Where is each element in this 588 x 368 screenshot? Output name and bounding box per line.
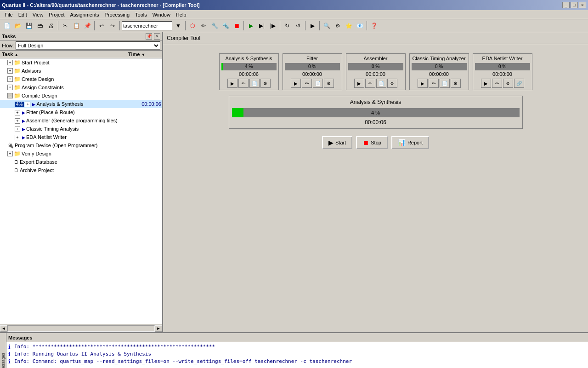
undo-button[interactable]: ↩ <box>96 21 107 31</box>
stop-button[interactable]: ⏹ Stop <box>356 136 388 149</box>
step-settings-analysis[interactable]: ⚙ <box>260 79 271 88</box>
step-start-analysis[interactable]: ▶ <box>227 79 237 88</box>
messages-content[interactable]: ℹ Info: ********************************… <box>6 342 588 368</box>
sub-expand-analysis[interactable]: + <box>25 102 30 107</box>
expand-compile-design[interactable]: - <box>7 93 13 98</box>
menu-view[interactable]: View <box>30 11 46 18</box>
sort-time-icon[interactable]: ▼ <box>141 52 146 57</box>
expand-analysis[interactable]: + <box>25 101 31 107</box>
horizontal-scrollbar[interactable] <box>7 325 155 332</box>
task-advisors[interactable]: + Advisors <box>0 67 162 75</box>
step-extra-eda[interactable]: 🔗 <box>514 79 524 88</box>
tb-btn-6[interactable]: 🔧 <box>209 21 220 31</box>
tb-btn-stop-red[interactable]: ⬡ <box>187 21 198 31</box>
report-button[interactable]: 📊 Report <box>391 136 429 149</box>
step-settings-eda[interactable]: ⚙ <box>503 79 513 88</box>
tasks-pin-button[interactable]: 📌 <box>146 33 152 40</box>
step-report-analysis[interactable]: 📄 <box>249 79 260 88</box>
tb-btn-5[interactable]: ✏ <box>198 21 209 31</box>
sub-expand-eda[interactable]: + <box>15 135 20 140</box>
scroll-left-btn[interactable]: ◄ <box>0 325 7 332</box>
paste-button[interactable]: 📌 <box>82 21 92 31</box>
tb-btn-14[interactable]: 📧 <box>355 21 365 31</box>
task-fitter[interactable]: + Fitter (Place & Route) <box>0 108 162 116</box>
task-verify-design[interactable]: + Verify Design <box>0 150 162 158</box>
task-analysis-synthesis[interactable]: 4% + Analysis & Synthesis 00:00:06 <box>0 100 162 108</box>
save-all-button[interactable]: 🗃 <box>35 21 45 31</box>
step-settings-classic[interactable]: ⚙ <box>451 79 461 88</box>
new-button[interactable]: 📄 <box>2 21 12 31</box>
tb-btn-8[interactable]: ↻ <box>282 21 292 31</box>
tb-btn-10[interactable]: ▶ <box>307 21 317 31</box>
expand-verify-design[interactable]: + <box>7 151 13 156</box>
step-edit-classic[interactable]: ✏ <box>429 79 439 88</box>
tasks-close-button[interactable]: × <box>154 33 160 40</box>
step-edit-eda[interactable]: ✏ <box>492 79 502 88</box>
redo-button[interactable]: ↪ <box>107 21 118 31</box>
step-edit-fitter[interactable]: ✏ <box>302 79 312 88</box>
step-report-fitter[interactable]: 📄 <box>313 79 323 88</box>
tb-compile2[interactable]: ▶| <box>257 21 267 31</box>
step-start-assembler[interactable]: ▶ <box>354 79 364 88</box>
step-start-fitter[interactable]: ▶ <box>291 79 301 88</box>
menu-edit[interactable]: Edit <box>16 11 30 18</box>
tb-stop-btn[interactable]: ⏹ <box>232 21 242 31</box>
expand-assign-constraints[interactable]: + <box>7 85 13 90</box>
tb-btn-7[interactable]: 🔩 <box>220 21 231 31</box>
task-archive-project[interactable]: 🗒 Archive Project <box>0 166 162 174</box>
task-create-design[interactable]: + Create Design <box>0 75 162 83</box>
expand-fitter[interactable]: + <box>15 109 21 115</box>
expand-classic-timing[interactable]: + <box>15 126 21 132</box>
cut-button[interactable]: ✂ <box>60 21 70 31</box>
tb-btn-11[interactable]: 🔍 <box>322 21 332 31</box>
step-report-assembler[interactable]: 📄 <box>376 79 386 88</box>
menu-assignments[interactable]: Assignments <box>68 11 102 18</box>
sub-expand-classic[interactable]: + <box>15 126 20 132</box>
scroll-right-btn[interactable]: ► <box>155 325 162 332</box>
sort-task-icon[interactable]: ▲ <box>14 52 18 57</box>
flow-select[interactable]: Full Design <box>16 41 160 50</box>
expand-advisors[interactable]: + <box>7 68 13 74</box>
step-start-eda[interactable]: ▶ <box>481 79 491 88</box>
step-settings-fitter[interactable]: ⚙ <box>324 79 334 88</box>
task-export-database[interactable]: 🗒 Export Database <box>0 158 162 166</box>
copy-button[interactable]: 📋 <box>71 21 81 31</box>
menu-processing[interactable]: Processing <box>102 11 132 18</box>
menu-project[interactable]: Project <box>46 11 67 18</box>
step-edit-assembler[interactable]: ✏ <box>365 79 375 88</box>
task-assembler[interactable]: + Assembler (Generate programming files) <box>0 116 162 125</box>
tb-compile-btn[interactable]: ▶ <box>246 21 256 31</box>
step-start-classic[interactable]: ▶ <box>418 79 428 88</box>
print-button[interactable]: 🖨 <box>46 21 56 31</box>
menu-window[interactable]: Window <box>150 11 173 18</box>
task-scrollbar[interactable]: ◄ ► <box>0 324 162 332</box>
expand-eda-netlist[interactable]: + <box>15 134 21 140</box>
maximize-button[interactable]: □ <box>571 2 578 8</box>
close-button[interactable]: × <box>579 2 586 8</box>
step-edit-analysis[interactable]: ✏ <box>238 79 249 88</box>
sub-expand-assembler[interactable]: + <box>15 118 20 124</box>
task-program-device[interactable]: 🔌 Program Device (Open Programmer) <box>0 141 162 150</box>
task-compile-design[interactable]: - Compile Design <box>0 92 162 100</box>
step-report-classic[interactable]: 📄 <box>440 79 450 88</box>
tb-help-btn[interactable]: ❓ <box>369 21 379 31</box>
task-classic-timing[interactable]: + Classic Timing Analysis <box>0 125 162 133</box>
tb-btn-13[interactable]: ⭐ <box>344 21 354 31</box>
task-start-project[interactable]: + Start Project <box>0 58 162 67</box>
expand-assembler[interactable]: + <box>15 118 21 124</box>
menu-file[interactable]: File <box>2 11 16 18</box>
minimize-button[interactable]: _ <box>562 2 570 8</box>
menu-help[interactable]: Help <box>173 11 189 18</box>
window-controls[interactable]: _ □ × <box>562 2 586 8</box>
expand-create-design[interactable]: + <box>7 76 13 82</box>
tb-btn-12[interactable]: ⚙ <box>333 21 343 31</box>
combo-dropdown[interactable]: ▼ <box>173 21 183 31</box>
tb-compile3[interactable]: |▶ <box>268 21 278 31</box>
start-button[interactable]: ▶ Start <box>322 136 352 149</box>
save-button[interactable]: 💾 <box>24 21 34 31</box>
sub-expand-fitter[interactable]: + <box>15 110 20 115</box>
step-settings-assembler[interactable]: ⚙ <box>387 79 397 88</box>
expand-start-project[interactable]: + <box>7 60 13 65</box>
open-button[interactable]: 📂 <box>13 21 23 31</box>
task-eda-netlist[interactable]: + EDA Netlist Writer <box>0 133 162 141</box>
